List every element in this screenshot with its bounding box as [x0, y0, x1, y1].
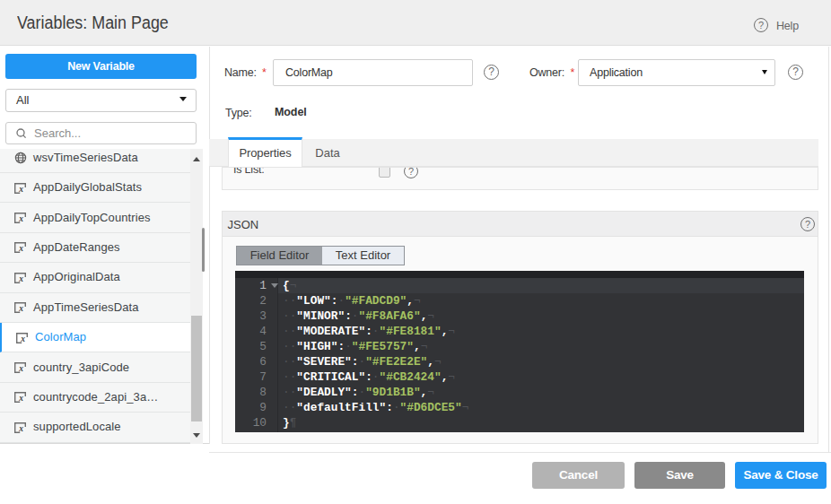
svg-text:x: x	[18, 184, 23, 193]
svg-text:x: x	[18, 394, 23, 403]
svg-text:x: x	[20, 334, 25, 343]
svg-text:x: x	[18, 304, 23, 313]
svg-text:x: x	[18, 244, 23, 253]
svg-text:x: x	[18, 364, 23, 373]
svg-text:x: x	[18, 274, 23, 283]
svg-text:x: x	[18, 214, 23, 223]
svg-text:x: x	[18, 424, 23, 433]
